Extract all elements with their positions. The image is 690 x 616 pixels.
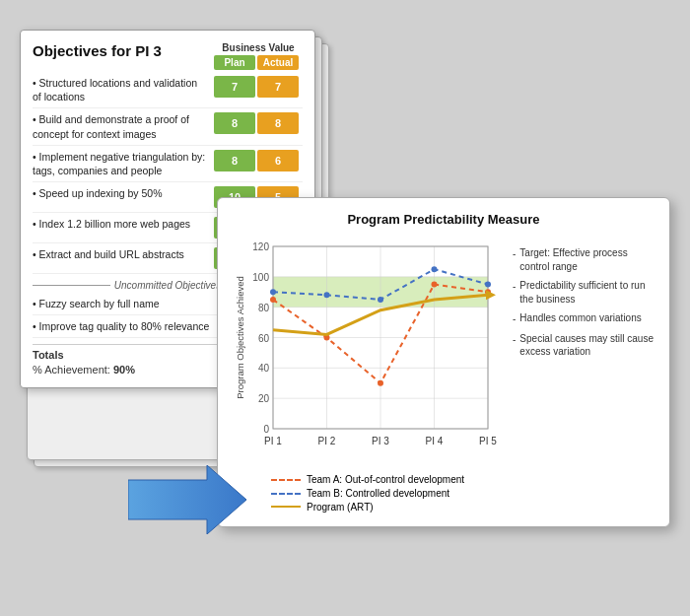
- bottom-legend-item-2: Program (ART): [271, 502, 656, 513]
- arrow-container: [128, 465, 246, 537]
- series-point-1-1: [324, 292, 330, 298]
- legend-line-swatch-0: [271, 479, 301, 481]
- legend-right-text-2: Handles common variations: [519, 311, 641, 325]
- x-label: PI 1: [264, 436, 282, 446]
- y-label: 120: [252, 241, 269, 252]
- series-point-0-0: [270, 297, 276, 303]
- objective-text-0: Structured locations and validation of l…: [33, 76, 214, 103]
- series-point-1-4: [485, 282, 491, 288]
- chart-area: 020406080100120PI 1PI 2PI 3PI 4PI 5Progr…: [232, 237, 656, 466]
- achievement-value: 90%: [113, 364, 135, 376]
- legend-line-swatch-2: [271, 506, 301, 509]
- direction-arrow: [128, 465, 246, 534]
- uncommitted-label: Uncommitted Objectives: [114, 280, 221, 291]
- chart-svg-container: 020406080100120PI 1PI 2PI 3PI 4PI 5Progr…: [232, 237, 503, 466]
- legend-line-swatch-1: [271, 493, 301, 495]
- y-label: 60: [258, 333, 270, 344]
- legend-right-text-1: Predictability sufficient to run the bus…: [519, 279, 656, 306]
- legend-bullet-1: -: [513, 280, 516, 294]
- business-value-header: Business Value: [214, 42, 303, 53]
- legend-bullet-0: -: [513, 247, 516, 261]
- y-label: 80: [258, 303, 270, 313]
- plan-cell-1: 8: [214, 112, 255, 134]
- y-axis-label: Program Objectives Achieved: [235, 276, 245, 399]
- y-label: 40: [258, 363, 270, 374]
- legend-right-item-0: -Target: Effective process control range: [513, 246, 656, 273]
- series-arrow-2: [486, 290, 496, 300]
- objective-row-0: Structured locations and validation of l…: [33, 76, 303, 108]
- x-label: PI 3: [372, 436, 389, 446]
- objective-text-5: Extract and build URL abstracts: [33, 247, 214, 261]
- plan-header: Plan: [214, 55, 255, 70]
- x-label: PI 2: [318, 436, 336, 446]
- actual-cell-0: 7: [257, 76, 299, 98]
- legend-bullet-3: -: [513, 333, 516, 347]
- plan-cell-2: 8: [214, 150, 255, 171]
- series-point-1-3: [432, 266, 438, 272]
- legend-name-2: Program (ART): [307, 502, 374, 513]
- bottom-legend-item-0: Team A: Out-of-control development: [271, 474, 656, 485]
- legend-name-1: Team B: Controlled development: [307, 488, 449, 499]
- card-title: Objectives for PI 3: [33, 42, 162, 59]
- legend-right-text-0: Target: Effective process control range: [519, 246, 656, 273]
- series-point-1-2: [378, 297, 383, 303]
- series-point-0-2: [378, 380, 383, 386]
- legend-right-item-2: -Handles common variations: [513, 311, 656, 326]
- legend-right-item-3: -Special causes may still cause excess v…: [513, 332, 656, 359]
- legend-name-0: Team A: Out-of-control development: [307, 474, 464, 485]
- objective-text-4: Index 1.2 billion more web pages: [33, 217, 214, 231]
- objective-text-3: Speed up indexing by 50%: [33, 186, 214, 200]
- actual-header: Actual: [257, 55, 299, 70]
- chart-legend-right: -Target: Effective process control range…: [513, 237, 656, 466]
- legend-right-text-3: Special causes may still cause excess va…: [519, 332, 656, 359]
- series-point-1-0: [270, 289, 276, 295]
- chart-title: Program Predictability Measure: [232, 212, 656, 227]
- objective-text-2: Implement negative triangulation by: tag…: [33, 150, 214, 177]
- objective-row-1: Build and demonstrate a proof of concept…: [33, 112, 303, 145]
- actual-cell-1: 8: [257, 112, 299, 134]
- y-label: 100: [252, 272, 269, 283]
- objective-row-2: Implement negative triangulation by: tag…: [33, 150, 303, 182]
- svg-marker-0: [128, 465, 246, 534]
- chart-bottom-legend: Team A: Out-of-control developmentTeam B…: [232, 474, 656, 513]
- objective-text-1: Build and demonstrate a proof of concept…: [33, 112, 214, 140]
- y-label: 20: [258, 393, 270, 404]
- chart-svg: 020406080100120PI 1PI 2PI 3PI 4PI 5Progr…: [232, 237, 498, 463]
- legend-bullet-2: -: [513, 312, 516, 326]
- achievement-label: % Achievement:: [33, 364, 110, 376]
- y-label: 0: [263, 424, 269, 435]
- plan-cell-0: 7: [214, 76, 255, 98]
- x-label: PI 5: [479, 436, 497, 446]
- x-label: PI 4: [426, 436, 444, 446]
- chart-card: Program Predictability Measure 020406080…: [217, 197, 670, 527]
- bottom-legend-item-1: Team B: Controlled development: [271, 488, 656, 499]
- series-point-0-3: [432, 282, 438, 288]
- actual-cell-2: 6: [257, 150, 299, 171]
- legend-right-item-1: -Predictability sufficient to run the bu…: [513, 279, 656, 306]
